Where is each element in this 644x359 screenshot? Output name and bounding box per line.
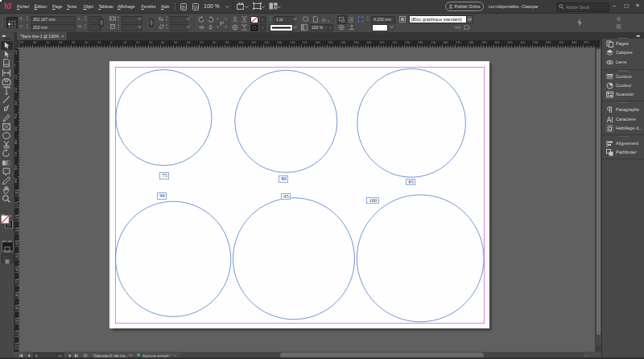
document-tab[interactable]: *Sans titre-1 @ 100%× (17, 32, 68, 40)
circle-frame-85[interactable] (357, 68, 466, 177)
chevron-down-icon[interactable] (129, 354, 133, 357)
object-style-dropdown[interactable]: [Bloc graphique standard] (409, 15, 469, 23)
zoom-level-dropdown[interactable]: 100 % (204, 3, 220, 9)
direct-selection-tool[interactable] (2, 50, 11, 59)
publish-online-button[interactable]: Publish Online (445, 2, 484, 11)
transform-proxy-indicator[interactable]: P (217, 18, 227, 28)
scale-x-icon[interactable] (109, 16, 116, 21)
ellipse-tool[interactable] (2, 131, 11, 140)
vertical-scrollbar[interactable] (595, 47, 601, 353)
circle-label-75[interactable]: 75 (159, 172, 169, 180)
panel-button-pages[interactable]: Pages (602, 39, 644, 48)
menu-tableau[interactable]: Tableau (99, 4, 114, 9)
menu-dition[interactable]: Édition (35, 4, 47, 9)
chevron-down-icon[interactable] (167, 354, 171, 357)
rotate-90-cw-button[interactable] (198, 16, 205, 23)
fit-frame-button[interactable] (241, 24, 248, 31)
gear-icon[interactable] (616, 16, 621, 22)
rotation-angle-icon[interactable] (159, 16, 164, 21)
pen-tool[interactable] (2, 104, 11, 113)
minimize-button[interactable]: – (609, 0, 620, 10)
stepper[interactable] (117, 23, 121, 30)
circle-frame-95[interactable] (233, 197, 354, 319)
vertical-scrollbar-thumb[interactable] (597, 49, 601, 335)
circle-label-100[interactable]: 100 (366, 197, 379, 204)
normal-view-mode-button[interactable] (2, 241, 14, 251)
flip-vertical-button[interactable] (207, 24, 214, 31)
rectangle-frame-tool[interactable] (2, 122, 11, 131)
panel-menu-icon[interactable] (616, 24, 621, 29)
fx-effects-icon[interactable]: fx (322, 16, 329, 23)
panel-button-contour[interactable]: Contour (602, 72, 644, 81)
object-style-icon[interactable] (399, 16, 406, 23)
chevron-down-icon[interactable] (225, 6, 229, 8)
rotation-dropdown[interactable] (186, 18, 190, 20)
hand-tool[interactable] (2, 185, 11, 194)
shear-field[interactable] (170, 24, 188, 31)
panel-button-habillaged[interactable]: Habillage d... (602, 124, 644, 133)
circle-label-95[interactable]: 95 (281, 193, 291, 200)
scale-y-dropdown[interactable] (138, 26, 142, 28)
panel-button-caractre[interactable]: Caractère (602, 115, 644, 124)
panel-grip[interactable] (2, 18, 3, 28)
circle-frame-75[interactable] (116, 69, 212, 165)
stroke-weight-field[interactable]: 1 pt (274, 16, 295, 23)
stroke-style-dropdown[interactable] (270, 24, 293, 31)
menu-affichage[interactable]: Affichage (118, 4, 135, 9)
object-center-button[interactable] (337, 24, 345, 31)
menu-texte[interactable]: Texte (67, 4, 76, 9)
stock-icon[interactable]: St (192, 3, 199, 10)
panel-button-alignement[interactable]: Alignement (602, 139, 644, 148)
zoom-tool[interactable] (2, 194, 11, 203)
panel-button-pathfinder[interactable]: Pathfinder (602, 148, 644, 157)
x-position-field[interactable]: 352.167 mm (31, 16, 76, 23)
drop-shadow-button[interactable] (337, 15, 347, 24)
stepper[interactable] (165, 15, 169, 22)
circle-label-80[interactable]: 80 (279, 175, 288, 183)
opacity-icon[interactable] (301, 24, 308, 31)
page[interactable]: 7580859095100 (109, 61, 490, 329)
corner-options-icon[interactable] (303, 16, 309, 22)
default-fill-stroke-icon[interactable] (2, 208, 12, 213)
shear-angle-icon[interactable] (159, 24, 164, 29)
pencil-tool[interactable] (2, 113, 11, 122)
rotation-field[interactable] (170, 16, 188, 23)
live-corner-icon[interactable] (357, 16, 364, 23)
close-tab-icon[interactable]: × (61, 34, 64, 39)
circle-frame-100[interactable] (357, 195, 484, 322)
panel-button-couleur[interactable]: Couleur (602, 81, 644, 90)
fit-content-button[interactable] (241, 16, 248, 23)
rotate-90-ccw-button[interactable] (207, 16, 214, 23)
y-position-field[interactable]: 253 mm (31, 24, 76, 31)
panel-button-liens[interactable]: Liens (602, 58, 644, 67)
gradient-swatch-tool[interactable] (2, 159, 11, 167)
scissors-tool[interactable] (2, 140, 11, 149)
stepper[interactable] (84, 15, 88, 22)
corner-shape-dropdown[interactable] (372, 24, 388, 31)
break-link-style-icon[interactable] (464, 25, 471, 30)
stroke-swatch[interactable] (250, 24, 258, 31)
note-tool[interactable] (2, 167, 11, 176)
chevron-down-icon[interactable] (261, 6, 265, 8)
clear-overrides-icon[interactable] (453, 25, 460, 30)
circle-label-85[interactable]: 85 (406, 179, 415, 186)
close-button[interactable]: ✕ (632, 0, 643, 10)
chevron-down-icon[interactable] (245, 6, 249, 8)
circle-frame-90[interactable] (115, 201, 230, 316)
stepper[interactable] (165, 23, 169, 30)
page-tool[interactable] (2, 59, 11, 68)
chevron-down-icon[interactable] (277, 6, 281, 8)
panel-group-grip[interactable] (618, 70, 629, 72)
vertical-ruler[interactable]: 1001020304050607080901001101201301401501… (14, 47, 19, 353)
select-container-button[interactable] (232, 16, 238, 23)
stock-search-input[interactable]: Adobe Stock (556, 2, 609, 12)
constrain-scale-link-icon[interactable] (148, 18, 155, 27)
circle-label-90[interactable]: 90 (157, 192, 167, 200)
stepper[interactable] (117, 15, 121, 22)
stepper[interactable] (269, 15, 273, 22)
stepper[interactable] (26, 23, 30, 30)
reference-point-proxy[interactable] (6, 17, 18, 28)
free-transform-tool[interactable] (2, 149, 11, 158)
horizontal-ruler[interactable]: 7060504030201001020304050607080901001101… (14, 40, 600, 47)
stroke-style-chevron[interactable] (293, 26, 297, 28)
